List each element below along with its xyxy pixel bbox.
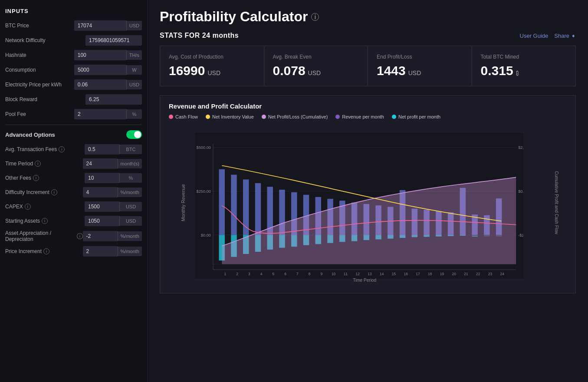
chart-legend: Cash Flow Net Inventory Value Net Profit…	[169, 114, 567, 119]
svg-text:6: 6	[284, 272, 286, 276]
legend-cash-flow-dot	[169, 115, 173, 119]
sidebar-title: INPUTS	[5, 8, 142, 14]
electricity-input[interactable]	[74, 79, 126, 90]
price-increment-input[interactable]	[83, 246, 118, 257]
svg-text:3: 3	[248, 272, 250, 276]
asset-appreciation-input[interactable]	[83, 231, 118, 241]
total-btc-label: Total BTC Mined	[481, 54, 567, 60]
page-title: Profitability Calculator	[160, 9, 308, 25]
svg-text:11: 11	[344, 272, 348, 276]
header-links: User Guide Share ➧	[520, 33, 576, 39]
end-profit-card: End Profit/Loss 1443 USD	[368, 46, 472, 86]
asset-appreciation-label: Asset Appreciation / Depreciaton i	[5, 230, 83, 242]
total-btc-card: Total BTC Mined 0.315 ₿	[472, 46, 576, 86]
svg-text:$0.00: $0.00	[518, 189, 523, 194]
network-difficulty-label: Network Difficulty	[5, 37, 85, 43]
capex-input[interactable]	[85, 201, 119, 212]
svg-text:12: 12	[355, 272, 360, 276]
avg-break-even-value: 0.078 USD	[273, 63, 359, 78]
consumption-row: Consumption W	[5, 65, 142, 75]
network-difficulty-input[interactable]	[85, 35, 142, 46]
svg-text:7: 7	[296, 272, 299, 276]
legend-net-inventory-dot	[206, 115, 210, 119]
legend-net-profit-per-month: Net profit per month	[392, 114, 440, 119]
total-btc-value: 0.315 ₿	[481, 63, 567, 78]
svg-text:4: 4	[260, 272, 263, 276]
hashrate-label: Hashrate	[5, 52, 74, 58]
asset-appreciation-unit: %/month	[118, 231, 142, 241]
hashrate-input[interactable]	[74, 50, 126, 60]
time-period-info-icon[interactable]: i	[35, 161, 41, 167]
hashrate-unit: TH/s	[126, 50, 142, 60]
avg-cost-card: Avg. Cost of Production 16990 USD	[160, 46, 264, 86]
svg-text:-$2,000.00: -$2,000.00	[518, 233, 523, 237]
consumption-input-group: W	[74, 65, 142, 75]
starting-assets-input-group: USD	[85, 216, 142, 226]
starting-assets-input[interactable]	[85, 216, 119, 226]
svg-text:$500.00: $500.00	[197, 145, 211, 150]
sidebar: INPUTS BTC Price USD Network Difficulty …	[0, 0, 148, 382]
starting-assets-label: Starting Assets i	[5, 218, 85, 224]
svg-text:Time Period: Time Period	[353, 278, 376, 283]
consumption-input[interactable]	[74, 65, 126, 75]
capex-input-group: USD	[85, 201, 142, 212]
hashrate-input-group: TH/s	[74, 50, 142, 60]
advanced-toggle[interactable]	[126, 130, 142, 139]
end-profit-value: 1443 USD	[377, 63, 463, 78]
svg-text:10: 10	[332, 272, 336, 276]
svg-text:24: 24	[500, 272, 505, 276]
share-icon: ➧	[571, 33, 576, 39]
legend-net-profit-cumulative: Net Profit/Loss (Cumulative)	[262, 114, 328, 119]
title-info-icon[interactable]: i	[311, 13, 319, 21]
time-period-input[interactable]	[83, 158, 118, 169]
other-fees-input[interactable]	[85, 173, 119, 183]
time-period-label: Time Period i	[5, 161, 83, 167]
legend-revenue-per-month-dot	[335, 115, 340, 119]
block-reward-row: Block Reward	[5, 94, 142, 105]
svg-text:$250.00: $250.00	[197, 189, 211, 194]
capex-info-icon[interactable]: i	[25, 204, 31, 210]
share-link[interactable]: Share ➧	[554, 33, 576, 39]
other-fees-input-group: %	[85, 173, 142, 183]
difficulty-increment-unit: %/month	[118, 188, 142, 197]
other-fees-info-icon[interactable]: i	[33, 175, 39, 181]
pool-fee-label: Pool Fee	[5, 111, 74, 117]
svg-text:1: 1	[224, 272, 226, 276]
pool-fee-row: Pool Fee %	[5, 109, 142, 119]
avg-tx-fees-label: Avg. Transaction Fees i	[5, 146, 85, 152]
electricity-label: Electricity Price per kWh	[5, 82, 74, 88]
avg-tx-fees-input[interactable]	[85, 144, 119, 155]
divider-advanced	[5, 125, 142, 125]
btc-price-label: BTC Price	[5, 23, 74, 29]
other-fees-row: Other Fees i %	[5, 173, 142, 183]
svg-text:23: 23	[488, 272, 493, 276]
svg-text:21: 21	[464, 272, 468, 276]
advanced-label: Advanced Options	[5, 132, 55, 138]
svg-text:20: 20	[452, 272, 457, 276]
block-reward-input[interactable]	[85, 94, 142, 105]
stats-header: STATS FOR 24 months User Guide Share ➧	[160, 32, 576, 40]
pool-fee-unit: %	[126, 109, 142, 119]
svg-text:18: 18	[428, 272, 432, 276]
difficulty-increment-input[interactable]	[83, 187, 118, 198]
consumption-unit: W	[126, 65, 142, 75]
user-guide-link[interactable]: User Guide	[520, 33, 549, 39]
avg-tx-fees-info-icon[interactable]: i	[59, 146, 65, 152]
btc-price-input[interactable]	[74, 20, 126, 31]
svg-text:14: 14	[380, 272, 384, 276]
chart-title: Revenue and Profit Calculator	[169, 102, 567, 110]
price-increment-row: Price Increment i %/month	[5, 246, 142, 257]
price-increment-info-icon[interactable]: i	[43, 248, 49, 254]
svg-rect-35	[219, 169, 225, 235]
electricity-input-group: USD	[74, 79, 142, 90]
svg-text:5: 5	[272, 272, 274, 276]
starting-assets-info-icon[interactable]: i	[42, 218, 48, 224]
avg-break-even-label: Avg. Break Even	[273, 54, 359, 60]
legend-net-profit-per-month-dot	[392, 115, 396, 119]
svg-text:19: 19	[440, 272, 444, 276]
svg-text:8: 8	[309, 272, 311, 276]
difficulty-increment-info-icon[interactable]: i	[51, 189, 57, 195]
asset-appreciation-info-icon[interactable]: i	[77, 233, 82, 239]
block-reward-input-wrap	[85, 94, 142, 105]
pool-fee-input[interactable]	[74, 109, 126, 119]
